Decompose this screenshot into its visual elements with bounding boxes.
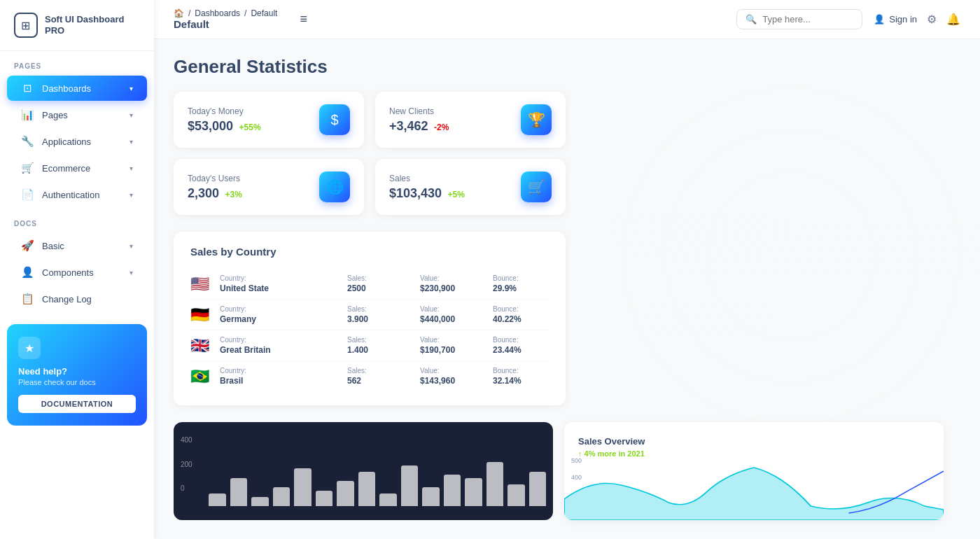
country-name-2: Great Britain [220,345,339,355]
sidebar-label-basic: Basic [42,241,121,251]
country-bounce-3: Bounce: 32.14% [493,367,549,386]
sidebar-item-pages[interactable]: 📊 Pages ▾ [7,102,147,127]
sales-country-title: Sales by Country [190,246,549,258]
sidebar-section-label: DOCS [0,209,154,232]
sidebar-label-authentication: Authentication [42,190,121,200]
gear-icon[interactable]: ⚙ [927,13,937,26]
svg-text:· · · · · · · · · · · · · · · : · · · · · · · · · · · · · · · · · · · · … [637,177,980,180]
stat-value-row-2: 2,300 +3% [188,186,242,201]
bar-15 [529,472,547,507]
signin-button[interactable]: 👤 Sign in [874,14,917,24]
sidebar-label-ecommerce: Ecommerce [42,163,121,174]
topbar-actions: 👤 Sign in ⚙ 🔔 [874,13,960,26]
svg-text:· · · · · · · · · · · · · · · : · · · · · · · · · · · · · · · · · · · · … [601,282,980,285]
stat-change-1: -2% [434,122,449,132]
svg-text:· · · · · · · · · · · · · · · : · · · · · · · · · · · · · · · · · · · · … [598,261,980,264]
user-icon: 👤 [874,14,885,24]
search-icon: 🔍 [746,14,757,24]
stats-grid: Today's Money $53,000 +55% $ New Clients… [174,92,566,215]
stat-change-0: +55% [239,122,261,132]
topbar: 🏠 / Dashboards / Default Default ≡ 🔍 👤 S… [154,0,980,39]
applications-icon: 🔧 [21,135,34,148]
search-input[interactable] [762,14,853,24]
stat-label-1: New Clients [389,106,449,116]
country-name-col-3: Country: Brasil [220,367,339,386]
sidebar-label-pages: Pages [42,110,121,120]
country-bounce-0: Bounce: 29.9% [493,274,549,293]
svg-text:· · · · · · · · · ·: · · · · · · · · · · [651,324,769,327]
svg-text:· · · · · · · · · · · · · · · : · · · · · · · · · · · · · · · · · · · · … [662,258,980,260]
sidebar-item-applications[interactable]: 🔧 Applications ▾ [7,129,147,154]
sales-overview-card: Sales Overview ↑ 4% more in 2021 500 400 [564,422,944,520]
sidebar-item-basic[interactable]: 🚀 Basic ▾ [7,233,147,258]
bar-2 [251,497,269,507]
sidebar-item-ecommerce[interactable]: 🛒 Ecommerce ▾ [7,155,147,181]
svg-text:· · · · · · · · · · · · · · · : · · · · · · · · · · · · · · · · · · · · … [609,198,980,201]
breadcrumb-dashboards[interactable]: Dashboards [195,8,240,18]
chevron-ecommerce: ▾ [130,164,133,172]
sidebar: ⊞ Soft UI Dashboard PRO PAGES ⊡ Dashboar… [0,0,154,539]
documentation-button[interactable]: DOCUMENTATION [18,395,136,413]
search-box[interactable]: 🔍 [736,9,862,29]
help-subtitle: Please check our docs [18,378,136,386]
svg-text:· · · · · · · · · · ·: · · · · · · · · · · · [648,314,778,316]
country-name-col-1: Country: Germany [220,305,339,324]
sidebar-item-dashboards[interactable]: ⊡ Dashboards ▾ [7,76,147,101]
bar-label-400: 400 [181,436,192,444]
chevron-authentication: ▾ [130,191,133,199]
sidebar-label-applications: Applications [42,136,121,147]
bar-label-0: 0 [181,484,192,492]
menu-icon[interactable]: ≡ [300,12,307,27]
svg-point-0 [623,88,959,424]
bar-1 [230,478,248,507]
svg-text:· · · · · · · · ·: · · · · · · · · · [658,335,763,337]
country-header-2: Country: [220,336,339,344]
overview-y-500: 500 [571,457,582,464]
bar-3 [273,487,290,506]
bar-13 [486,462,504,506]
bar-10 [422,487,440,506]
sidebar-item-changelog[interactable]: 📋 Change Log [7,286,147,312]
country-value-3: Value: $143,960 [420,367,476,386]
country-flag-2: 🇬🇧 [190,337,211,355]
stat-icon-3: 🛒 [521,172,552,202]
bell-icon[interactable]: 🔔 [946,13,960,26]
svg-text:· · · · · · · · · · · · · · · : · · · · · · · · · · · · · · · · · · · · … [658,247,980,250]
sidebar-item-components[interactable]: 👤 Components ▾ [7,260,147,285]
country-row-2: 🇬🇧 Country: Great Britain Sales: 1.400 V… [190,330,549,361]
svg-text:· · · · · · · · · · · · ·: · · · · · · · · · · · · · [616,212,771,215]
sidebar-section-label: PAGES [0,51,154,74]
home-icon[interactable]: 🏠 [174,8,184,18]
stat-icon-0: $ [319,104,350,135]
bar-label-200: 200 [181,461,192,468]
topbar-right: 🔍 👤 Sign in ⚙ 🔔 [736,9,960,29]
svg-text:· · · · · · · · · · · · · · ·: · · · · · · · · · · · · · · · [612,223,792,225]
help-title: Need help? [18,366,136,377]
bar-4 [294,468,312,506]
country-value-1: Value: $440,000 [420,305,476,324]
svg-text:· · · · · · · · · · · · · · · : · · · · · · · · · · · · · · · · · · · · … [598,251,980,253]
country-name-col-2: Country: Great Britain [220,336,339,355]
svg-text:· · · · · · · · · · · · · · · : · · · · · · · · · · · · · · · · · · · · … [609,314,980,316]
country-sales-3: Sales: 562 [347,367,403,386]
stat-change-2: +3% [225,190,242,200]
country-name-0: United State [220,284,339,293]
breadcrumb-sep1: / [188,8,190,18]
svg-text:· · · · · · · · · · · · · · · : · · · · · · · · · · · · · · · · · · · · … [662,237,980,239]
pages-icon: 📊 [21,108,34,121]
country-sales-0: Sales: 2500 [347,274,403,293]
dashboards-icon: ⊡ [21,82,34,94]
svg-text:· · · · · · · · · · · ·: · · · · · · · · · · · · [623,254,765,257]
bar-14 [507,484,525,507]
svg-text:· · · · · · · · · · · · · · · : · · · · · · · · · · · · · · · · · · · · … [665,268,980,271]
stat-info-1: New Clients +3,462 -2% [389,106,449,134]
svg-text:· · · · · · · · · · · · · · · : · · · · · · · · · · · · · · · · · · · · … [602,293,980,295]
country-data-2: Sales: 1.400 Value: $190,700 Bounce: 23.… [347,336,549,355]
sidebar-item-authentication[interactable]: 📄 Authentication ▾ [7,182,147,207]
chevron-components: ▾ [130,269,133,276]
chevron-applications: ▾ [130,138,133,146]
country-name-1: Germany [220,314,339,324]
bar-chart-labels: 400 200 0 [181,436,192,492]
chevron-dashboards: ▾ [130,85,133,92]
country-header-0: Country: [220,274,339,282]
